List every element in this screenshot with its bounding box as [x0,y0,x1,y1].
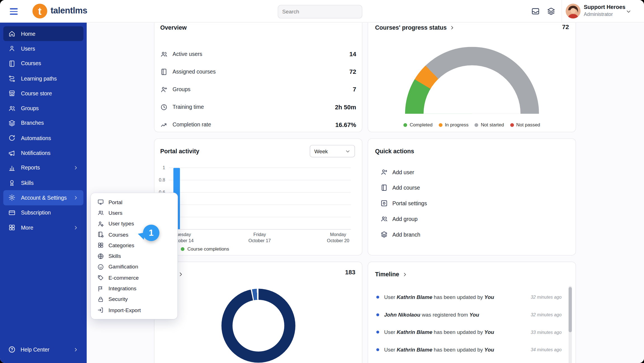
flyout-item-user-types[interactable]: User types [91,218,178,229]
chevron-right-icon [73,195,78,200]
legend-dot [510,123,514,127]
scrollbar-thumb[interactable] [568,287,572,332]
sidebar-item-skills[interactable]: Skills [3,175,83,190]
flyout-item-label: Users [109,210,123,216]
sidebar-item-home[interactable]: Home [3,26,83,41]
legend-dot [475,123,478,127]
sidebar-item-learning-paths[interactable]: Learning paths [3,71,83,86]
sync-icon [8,135,15,142]
legend-item: Not started [475,122,504,128]
flyout-item-security[interactable]: Security [91,294,178,305]
search-input[interactable] [278,9,359,15]
quick-action-add-branch[interactable]: Add branch [380,227,569,242]
chevron-right-icon [73,347,78,352]
chevron-right-icon[interactable] [178,272,184,277]
chevron-down-icon[interactable] [626,9,632,15]
tag-icon [97,274,104,281]
stat-label: Training time [173,104,204,110]
timeline-title[interactable]: Timeline [375,271,407,277]
progress-status-card: Courses' progress status 72 Completed In… [368,22,576,132]
quick-action-label: Add group [392,216,417,222]
gear-icon [8,194,15,201]
quick-action-label: Add user [392,169,414,175]
y-tick: 1 [154,165,165,170]
sidebar-item-label: Automations [21,135,51,141]
stat-label: Completion rate [173,122,211,128]
sidebar-item-label: Groups [21,105,39,111]
chevron-down-icon [345,148,351,154]
legend-label: Course completions [187,246,229,251]
grid-icon [97,242,104,248]
flyout-item-categories[interactable]: Categories [91,240,178,251]
topbar-divider [561,0,562,22]
quick-action-portal-settings[interactable]: Portal settings [380,195,569,211]
overview-row: Training time 2h 50m [160,98,356,116]
courses-donut-card: 183 [154,261,363,363]
avatar[interactable] [566,4,580,18]
range-select-value: Week [314,148,328,154]
quick-action-add-user[interactable]: Add user [380,164,569,180]
book-icon [380,184,388,191]
user-plus-icon [380,168,388,176]
flyout-item-portal[interactable]: Portal [91,197,178,208]
flyout-item-courses[interactable]: Courses [91,229,178,240]
sidebar-item-branches[interactable]: Branches [3,116,83,131]
sidebar-item-account-settings[interactable]: Account & Settings [3,190,83,205]
flyout-item-users[interactable]: Users [91,208,178,218]
sidebar-item-users[interactable]: Users [3,41,83,56]
quick-action-add-course[interactable]: Add course [380,180,569,195]
timeline-text: User Kathrin Blame has been updated by Y… [384,346,494,353]
step-1-badge: 1 [143,225,159,241]
sidebar-item-notifications[interactable]: Notifications [3,145,83,160]
card-icon [8,209,15,216]
sidebar-item-automations[interactable]: Automations [3,131,83,145]
hamburger-menu-icon[interactable] [10,8,18,16]
users-icon [380,215,388,222]
chevron-right-icon [73,165,78,171]
grid-icon [8,224,15,231]
flyout-item-gamification[interactable]: Gamification [91,261,178,272]
timeline-title-text: Timeline [375,271,399,277]
inbox-icon[interactable] [531,7,540,16]
logo-wordmark[interactable]: talentlms [51,6,87,16]
flyout-item-label: Courses [109,232,128,238]
flyout-item-skills[interactable]: Skills [91,251,178,261]
sidebar-item-subscription[interactable]: Subscription [3,205,83,220]
sidebar-item-label: Users [21,46,35,52]
scrollbar[interactable] [568,286,572,363]
timeline-card: Timeline User Kathrin Blame has been upd… [368,261,576,363]
stat-label: Active users [173,51,202,57]
sidebar-item-course-store[interactable]: Course store [3,86,83,101]
stack-icon[interactable] [547,7,556,16]
quick-action-add-group[interactable]: Add group [380,211,569,227]
sidebar-item-courses[interactable]: Courses [3,56,83,71]
quick-actions-title: Quick actions [375,148,414,154]
legend-label: In progress [445,122,468,128]
sidebar-item-groups[interactable]: Groups [3,101,83,115]
sidebar-item-more[interactable]: More [3,220,83,235]
flag-icon [97,285,104,292]
stat-label: Groups [173,86,191,92]
help-center-button[interactable]: Help Center [3,342,83,357]
sidebar-item-label: Home [21,31,36,37]
square-gear-icon [380,200,388,207]
overview-row: Completion rate 16.67% [160,116,356,133]
progress-legend: Completed In progress Not started Not pa… [368,122,576,128]
progress-status-title[interactable]: Courses' progress status [375,24,455,31]
chart-legend: Course completions [181,246,229,251]
smile-icon [97,264,104,270]
legend-dot [403,123,407,127]
lock-icon [97,296,104,303]
progress-status-title-text: Courses' progress status [375,24,447,31]
flyout-item-import-export[interactable]: Import-Export [91,305,178,316]
sidebar-item-reports[interactable]: Reports [3,161,83,175]
flyout-item-ecommerce[interactable]: E-commerce [91,272,178,283]
logo-icon[interactable]: t [32,4,47,18]
users-icon [8,105,15,112]
flyout-item-label: Import-Export [109,307,141,313]
flyout-item-integrations[interactable]: Integrations [91,283,178,294]
chevron-right-icon [402,272,407,277]
user-role: Administrator [584,11,613,17]
legend-item: Completed [403,122,433,128]
range-select[interactable]: Week [310,145,355,157]
